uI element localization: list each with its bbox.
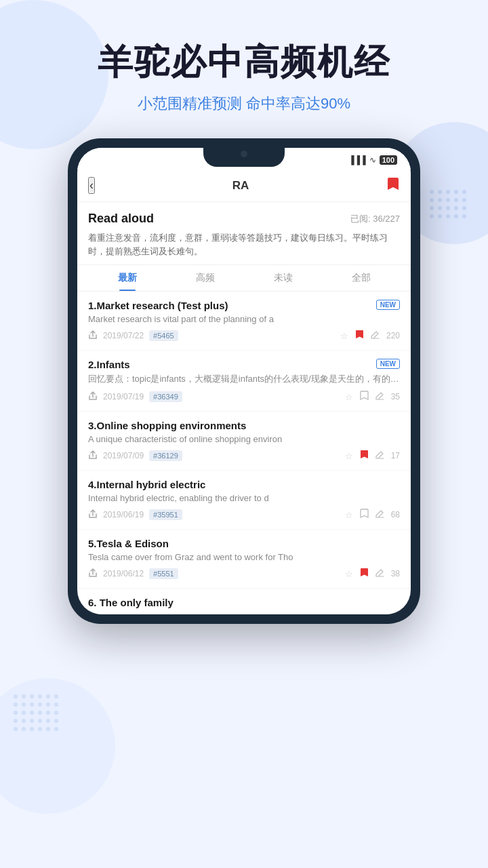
item-actions: ☆ 38: [345, 568, 400, 580]
app-header: ‹ RA: [77, 170, 411, 202]
item-title-row: 2.Infants NEW: [88, 359, 400, 370]
edit-icon[interactable]: [375, 509, 384, 520]
item-date: 2019/07/19: [103, 392, 144, 401]
bookmark-icon[interactable]: [360, 568, 369, 580]
item-title: 5.Tesla & Edison: [88, 538, 400, 549]
share-icon[interactable]: [88, 391, 98, 403]
list-item[interactable]: 1.Market research (Test plus) NEW Market…: [77, 292, 411, 351]
item-description: Market research is vital part of the pla…: [88, 314, 400, 324]
tab-unread[interactable]: 未读: [244, 265, 322, 291]
bookmark-icon[interactable]: [360, 450, 369, 462]
item-description: Tesla came over from Graz and went to wo…: [88, 552, 400, 562]
share-icon[interactable]: [88, 568, 98, 580]
star-icon[interactable]: ☆: [340, 331, 348, 341]
star-icon[interactable]: ☆: [345, 392, 353, 402]
page-title: 羊驼必中高频机经: [98, 41, 390, 83]
star-icon[interactable]: ☆: [345, 510, 353, 520]
wifi-icon: ∿: [369, 155, 376, 165]
item-description: Internal hybrid electric, enabling the d…: [88, 493, 400, 503]
share-icon[interactable]: [88, 450, 98, 462]
phone-mockup: ▐▐▐ ∿ 100 ‹ RA Read: [68, 138, 420, 624]
item-description: 回忆要点：topic是infants，大概逻辑是infants的什么表现/现象是…: [88, 373, 400, 385]
item-title-row: 3.Online shopping environments: [88, 420, 400, 431]
card-section: Read aloud 已阅: 36/227 着重注意发音，流利度，意群，重弱读等…: [77, 202, 411, 265]
item-tag[interactable]: #5465: [149, 330, 178, 341]
item-tag[interactable]: #35951: [149, 509, 182, 520]
tab-all[interactable]: 全部: [322, 265, 400, 291]
item-date: 2019/06/12: [103, 569, 144, 578]
share-icon[interactable]: [88, 330, 98, 342]
tabs-bar: 最新 高频 未读 全部: [77, 265, 411, 292]
battery-icon: 100: [380, 155, 397, 165]
item-meta: 2019/07/09 #36129 ☆ 17: [88, 450, 400, 462]
item-title: 6. The only family: [88, 597, 400, 608]
item-count: 17: [391, 451, 400, 460]
item-title-row: 1.Market research (Test plus) NEW: [88, 300, 400, 311]
page-subtitle: 小范围精准预测 命中率高达90%: [138, 94, 350, 114]
item-actions: ☆ 35: [345, 391, 400, 403]
tab-frequent[interactable]: 高频: [166, 265, 244, 291]
list-item[interactable]: 3.Online shopping environments A unique …: [77, 412, 411, 471]
bookmark-icon[interactable]: [360, 391, 369, 403]
status-icons: ▐▐▐ ∿ 100: [348, 155, 397, 165]
card-description: 着重注意发音，流利度，意群，重弱读等答题技巧，建议每日练习。平时练习时，提前熟悉…: [88, 231, 400, 258]
item-date: 2019/07/09: [103, 451, 144, 460]
item-title: 3.Online shopping environments: [88, 420, 400, 431]
card-title: Read aloud: [88, 212, 154, 226]
item-count: 220: [386, 331, 400, 340]
edit-icon[interactable]: [371, 330, 380, 341]
phone-camera: [241, 151, 247, 157]
item-count: 68: [391, 510, 400, 519]
item-count: 35: [391, 392, 400, 401]
bookmark-icon[interactable]: [360, 509, 369, 521]
item-title: 1.Market research (Test plus): [88, 300, 371, 311]
item-actions: ☆ 68: [345, 509, 400, 521]
dots-decoration-left: [14, 694, 60, 732]
item-date: 2019/06/19: [103, 510, 144, 519]
item-title-row: 4.Internal hybrid electric: [88, 479, 400, 490]
item-meta: 2019/07/19 #36349 ☆ 35: [88, 391, 400, 403]
item-meta: 2019/06/19 #35951 ☆ 68: [88, 509, 400, 521]
card-top: Read aloud 已阅: 36/227: [88, 212, 400, 226]
phone-screen: ▐▐▐ ∿ 100 ‹ RA Read: [77, 148, 411, 614]
signal-icon: ▐▐▐: [348, 155, 366, 165]
item-title-row: 5.Tesla & Edison: [88, 538, 400, 549]
share-icon[interactable]: [88, 509, 98, 521]
item-date: 2019/07/22: [103, 331, 144, 340]
list-item[interactable]: 2.Infants NEW 回忆要点：topic是infants，大概逻辑是in…: [77, 351, 411, 412]
item-title: 4.Internal hybrid electric: [88, 479, 400, 490]
back-chevron-icon: ‹: [89, 178, 94, 193]
tab-latest[interactable]: 最新: [88, 265, 166, 291]
header-title: RA: [232, 179, 249, 193]
item-title-row: 6. The only family: [88, 597, 400, 608]
edit-icon[interactable]: [375, 568, 384, 579]
item-actions: ☆ 220: [340, 330, 400, 342]
card-count: 已阅: 36/227: [350, 213, 400, 225]
item-tag[interactable]: #36129: [149, 450, 182, 461]
item-title: 2.Infants: [88, 359, 371, 370]
item-description: A unique characteristic of online shoppi…: [88, 434, 400, 444]
item-meta: 2019/07/22 #5465 ☆ 220: [88, 330, 400, 342]
item-actions: ☆ 17: [345, 450, 400, 462]
list-item[interactable]: 6. The only family: [77, 589, 411, 614]
list-container: 1.Market research (Test plus) NEW Market…: [77, 292, 411, 614]
edit-icon[interactable]: [375, 391, 384, 402]
star-icon[interactable]: ☆: [345, 569, 353, 579]
new-badge: NEW: [376, 359, 400, 369]
item-tag[interactable]: #36349: [149, 391, 182, 402]
list-item[interactable]: 4.Internal hybrid electric Internal hybr…: [77, 471, 411, 530]
list-item[interactable]: 5.Tesla & Edison Tesla came over from Gr…: [77, 530, 411, 589]
bookmark-icon[interactable]: [355, 330, 364, 342]
item-tag[interactable]: #5551: [149, 568, 178, 579]
item-count: 38: [391, 569, 400, 578]
back-button[interactable]: ‹: [88, 177, 95, 194]
star-icon[interactable]: ☆: [345, 451, 353, 461]
item-meta: 2019/06/12 #5551 ☆ 38: [88, 568, 400, 580]
new-badge: NEW: [376, 300, 400, 310]
header-bookmark-icon[interactable]: [386, 176, 400, 195]
edit-icon[interactable]: [375, 450, 384, 461]
